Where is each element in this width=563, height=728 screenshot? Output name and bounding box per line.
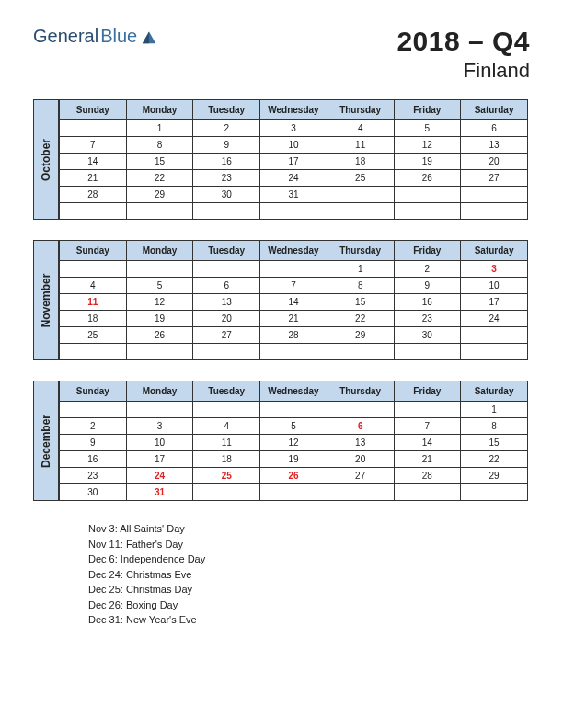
day-cell: 19 xyxy=(394,154,461,170)
day-cell: 6 xyxy=(327,418,394,435)
day-cell xyxy=(260,203,327,220)
day-cell: 30 xyxy=(193,187,260,203)
holiday-entry: Dec 25: Christmas Day xyxy=(88,582,530,597)
day-cell: 22 xyxy=(327,311,394,327)
month-name: November xyxy=(40,273,52,327)
day-cell xyxy=(394,344,461,360)
day-cell: 4 xyxy=(193,418,260,435)
header: GeneralBlue 2018 – Q4 Finland xyxy=(33,26,530,83)
day-header: Monday xyxy=(126,100,193,120)
week-row: 2345678 xyxy=(60,418,528,435)
week-row: 78910111213 xyxy=(60,137,528,154)
day-cell xyxy=(327,344,394,360)
week-row: 45678910 xyxy=(60,278,528,294)
day-cell xyxy=(126,203,193,220)
day-cell: 4 xyxy=(327,120,394,137)
day-cell: 8 xyxy=(126,137,193,154)
day-cell: 7 xyxy=(260,278,327,294)
day-cell: 5 xyxy=(394,120,461,137)
day-cell xyxy=(193,402,260,418)
day-cell: 11 xyxy=(60,294,127,311)
day-cell: 7 xyxy=(394,418,461,435)
day-cell: 24 xyxy=(461,311,528,327)
day-cell: 3 xyxy=(260,120,327,137)
day-cell: 3 xyxy=(126,418,193,435)
day-header: Tuesday xyxy=(193,100,260,120)
day-cell: 27 xyxy=(193,327,260,344)
day-cell: 11 xyxy=(193,435,260,451)
day-cell: 13 xyxy=(327,435,394,451)
holiday-entry: Nov 11: Father's Day xyxy=(88,537,530,552)
day-cell: 25 xyxy=(60,327,127,344)
day-cell: 10 xyxy=(260,137,327,154)
day-cell xyxy=(60,402,127,418)
day-cell: 1 xyxy=(461,402,528,418)
day-cell: 2 xyxy=(394,261,461,278)
day-cell: 20 xyxy=(193,311,260,327)
day-cell: 14 xyxy=(394,435,461,451)
day-cell: 23 xyxy=(394,311,461,327)
day-cell: 12 xyxy=(260,435,327,451)
day-cell: 3 xyxy=(461,261,528,278)
day-cell: 8 xyxy=(461,418,528,435)
day-cell xyxy=(60,203,127,220)
day-header: Saturday xyxy=(461,100,528,120)
day-header: Wednesday xyxy=(260,241,327,261)
day-cell: 20 xyxy=(327,451,394,468)
day-header: Saturday xyxy=(461,241,528,261)
day-cell: 17 xyxy=(260,154,327,170)
day-cell: 13 xyxy=(461,137,528,154)
month-table: SundayMondayTuesdayWednesdayThursdayFrid… xyxy=(59,99,528,220)
day-header: Sunday xyxy=(60,241,127,261)
day-cell xyxy=(260,344,327,360)
logo-text-1: General xyxy=(33,26,98,47)
day-cell: 13 xyxy=(193,294,260,311)
day-cell: 18 xyxy=(193,451,260,468)
day-cell: 12 xyxy=(394,137,461,154)
week-row: 123 xyxy=(60,261,528,278)
day-cell xyxy=(193,344,260,360)
day-cell xyxy=(394,203,461,220)
logo-triangle-icon xyxy=(141,28,157,45)
calendar-november: NovemberSundayMondayTuesdayWednesdayThur… xyxy=(33,240,530,360)
day-cell: 18 xyxy=(60,311,127,327)
holiday-entry: Dec 31: New Year's Eve xyxy=(88,612,530,628)
day-header: Monday xyxy=(126,381,193,402)
day-cell xyxy=(461,327,528,344)
day-cell: 4 xyxy=(60,278,127,294)
day-cell: 28 xyxy=(394,468,461,484)
period-title: 2018 – Q4 xyxy=(396,26,530,57)
day-cell xyxy=(193,484,260,501)
day-cell xyxy=(260,261,327,278)
day-cell: 5 xyxy=(126,278,193,294)
day-cell xyxy=(260,484,327,501)
day-cell xyxy=(193,203,260,220)
day-cell: 30 xyxy=(394,327,461,344)
holiday-entry: Dec 24: Christmas Eve xyxy=(88,567,530,583)
day-cell: 26 xyxy=(126,327,193,344)
month-tab: December xyxy=(33,381,59,501)
week-row: 123456 xyxy=(60,120,528,137)
day-header: Tuesday xyxy=(193,381,260,402)
day-cell: 29 xyxy=(461,468,528,484)
day-cell: 26 xyxy=(394,170,461,187)
day-header: Friday xyxy=(394,241,461,261)
day-cell xyxy=(327,203,394,220)
day-cell xyxy=(126,261,193,278)
day-cell: 8 xyxy=(327,278,394,294)
day-cell: 6 xyxy=(461,120,528,137)
day-cell: 28 xyxy=(260,327,327,344)
day-cell: 7 xyxy=(60,137,127,154)
day-cell xyxy=(394,187,461,203)
week-row: 1 xyxy=(60,402,528,418)
month-tab: October xyxy=(33,99,59,220)
week-row xyxy=(60,344,528,360)
day-cell xyxy=(461,187,528,203)
holiday-entry: Dec 6: Independence Day xyxy=(88,552,530,567)
day-cell: 27 xyxy=(461,170,528,187)
day-cell: 1 xyxy=(327,261,394,278)
day-cell: 22 xyxy=(126,170,193,187)
logo-text-2: Blue xyxy=(100,26,137,47)
day-cell: 16 xyxy=(394,294,461,311)
day-cell: 18 xyxy=(327,154,394,170)
